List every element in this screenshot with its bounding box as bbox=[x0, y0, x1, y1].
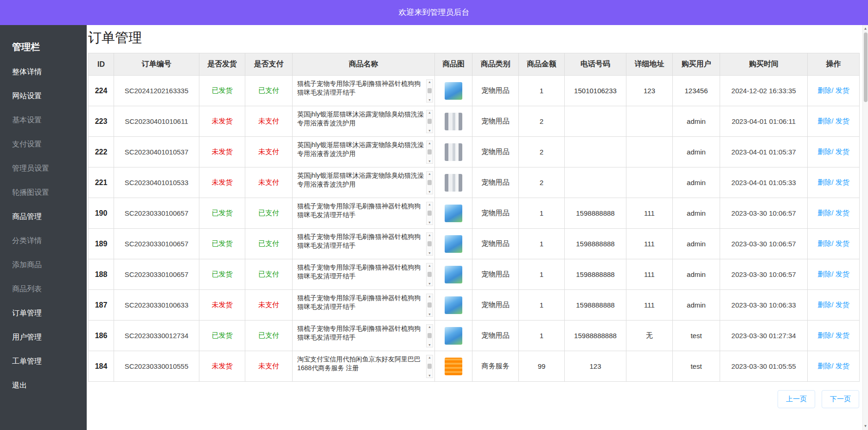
product-name-scrollbar[interactable]: ▲ ▼ bbox=[426, 79, 433, 103]
scroll-thumb[interactable] bbox=[428, 272, 432, 277]
scroll-thumb[interactable] bbox=[428, 211, 432, 216]
sidebar-item-product-management[interactable]: 商品管理 bbox=[0, 205, 87, 229]
scroll-down-icon[interactable]: ▼ bbox=[428, 160, 431, 163]
scroll-down-icon[interactable]: ▼ bbox=[428, 190, 431, 193]
purchase-time: 2023-04-01 01:05:33 bbox=[720, 167, 808, 198]
delete-link[interactable]: 删除 bbox=[817, 331, 831, 339]
page-scrollbar[interactable]: ▲ ▼ bbox=[862, 25, 868, 430]
scroll-up-icon[interactable]: ▲ bbox=[428, 325, 431, 328]
scroll-thumb[interactable] bbox=[428, 302, 432, 308]
scroll-up-icon[interactable]: ▲ bbox=[428, 356, 431, 359]
ship-link[interactable]: 发货 bbox=[836, 148, 849, 155]
scroll-thumb[interactable] bbox=[428, 88, 432, 93]
scroll-down-icon[interactable]: ▼ bbox=[428, 374, 431, 377]
scroll-down-icon[interactable]: ▼ bbox=[428, 282, 431, 285]
scroll-down-icon[interactable]: ▼ bbox=[428, 343, 431, 347]
scroll-down-icon[interactable]: ▼ bbox=[428, 98, 431, 102]
sidebar-item-admin-settings[interactable]: 管理员设置 bbox=[0, 156, 87, 180]
sidebar-item-category-details[interactable]: 分类详情 bbox=[0, 229, 87, 253]
product-name-scrollbar[interactable]: ▲ ▼ bbox=[426, 324, 433, 347]
scroll-down-icon[interactable]: ▼ bbox=[428, 251, 431, 255]
product-name-scrollbar[interactable]: ▲ ▼ bbox=[426, 171, 433, 194]
ship-link[interactable]: 发货 bbox=[836, 117, 849, 125]
ship-link[interactable]: 发货 bbox=[836, 362, 849, 370]
scroll-up-icon[interactable]: ▲ bbox=[428, 111, 431, 114]
next-page-button[interactable]: 下一页 bbox=[822, 390, 859, 408]
detail-address: 111 bbox=[626, 229, 673, 259]
scrollbar-up-icon[interactable]: ▲ bbox=[864, 25, 868, 32]
sidebar-item-basic-settings[interactable]: 基本设置 bbox=[0, 108, 87, 132]
product-image-cell bbox=[435, 259, 472, 290]
scroll-down-icon[interactable]: ▼ bbox=[428, 221, 431, 224]
ship-status: 已发货 bbox=[199, 76, 245, 106]
action-separator: / bbox=[831, 117, 833, 125]
ship-link[interactable]: 发货 bbox=[836, 270, 849, 278]
delete-link[interactable]: 删除 bbox=[817, 270, 831, 278]
product-image bbox=[445, 235, 462, 253]
delete-link[interactable]: 删除 bbox=[817, 178, 831, 186]
scrollbar-thumb[interactable] bbox=[864, 32, 868, 102]
phone-number: 15988888888 bbox=[565, 321, 626, 351]
product-name-cell: 猫梳子宠物专用除浮毛刷撸猫神器针梳狗狗猫咪毛发清理开结手 ▲ ▼ bbox=[293, 76, 435, 106]
scroll-thumb[interactable] bbox=[428, 119, 432, 124]
sidebar-item-user-management[interactable]: 用户管理 bbox=[0, 325, 87, 349]
product-name-scrollbar[interactable]: ▲ ▼ bbox=[426, 294, 433, 317]
delete-link[interactable]: 删除 bbox=[817, 362, 831, 370]
ship-link[interactable]: 发货 bbox=[836, 331, 849, 339]
sidebar-item-logout[interactable]: 退出 bbox=[0, 373, 87, 398]
product-name-scrollbar[interactable]: ▲ ▼ bbox=[426, 232, 433, 256]
ship-link[interactable]: 发货 bbox=[836, 239, 849, 247]
sidebar-item-add-product[interactable]: 添加商品 bbox=[0, 253, 87, 277]
sidebar-item-product-list[interactable]: 商品列表 bbox=[0, 277, 87, 301]
scroll-up-icon[interactable]: ▲ bbox=[428, 141, 431, 145]
actions-cell: 删除/ 发货 bbox=[808, 229, 860, 259]
scroll-thumb[interactable] bbox=[428, 333, 432, 338]
product-name-scrollbar[interactable]: ▲ ▼ bbox=[426, 263, 433, 286]
scroll-thumb[interactable] bbox=[428, 180, 432, 185]
scrollbar-down-icon[interactable]: ▼ bbox=[864, 423, 868, 430]
ship-link[interactable]: 发货 bbox=[836, 209, 849, 217]
product-name-scrollbar[interactable]: ▲ ▼ bbox=[426, 202, 433, 225]
sidebar-item-carousel-settings[interactable]: 轮播图设置 bbox=[0, 180, 87, 205]
product-category: 宠物用品 bbox=[472, 259, 519, 290]
scroll-up-icon[interactable]: ▲ bbox=[428, 172, 431, 175]
product-name-scrollbar[interactable]: ▲ ▼ bbox=[426, 110, 433, 133]
scroll-thumb[interactable] bbox=[428, 364, 432, 369]
product-name-scrollbar[interactable]: ▲ ▼ bbox=[426, 141, 433, 164]
scroll-up-icon[interactable]: ▲ bbox=[428, 80, 431, 83]
scroll-thumb[interactable] bbox=[428, 149, 432, 154]
order-id: 190 bbox=[89, 198, 114, 229]
scroll-up-icon[interactable]: ▲ bbox=[428, 295, 431, 298]
scroll-thumb[interactable] bbox=[428, 241, 432, 246]
order-id: 222 bbox=[89, 137, 114, 167]
sidebar-item-site-settings[interactable]: 网站设置 bbox=[0, 84, 87, 108]
ship-link[interactable]: 发货 bbox=[836, 86, 849, 94]
scroll-up-icon[interactable]: ▲ bbox=[428, 264, 431, 267]
phone-number: 1598888888 bbox=[565, 290, 626, 321]
column-header-order-no: 订单编号 bbox=[114, 53, 199, 76]
delete-link[interactable]: 删除 bbox=[817, 117, 831, 125]
scroll-up-icon[interactable]: ▲ bbox=[428, 233, 431, 237]
sidebar-item-overall-details[interactable]: 整体详情 bbox=[0, 60, 87, 84]
ship-status: 已发货 bbox=[199, 321, 245, 351]
ship-link[interactable]: 发货 bbox=[836, 178, 849, 186]
prev-page-button[interactable]: 上一页 bbox=[778, 390, 815, 408]
delete-link[interactable]: 删除 bbox=[817, 239, 831, 247]
delete-link[interactable]: 删除 bbox=[817, 148, 831, 155]
sidebar-item-payment-settings[interactable]: 支付设置 bbox=[0, 132, 87, 156]
order-number: SC20230330100633 bbox=[114, 290, 199, 321]
phone-number: 15010106233 bbox=[565, 76, 626, 106]
delete-link[interactable]: 删除 bbox=[817, 209, 831, 217]
delete-link[interactable]: 删除 bbox=[817, 301, 831, 308]
ship-status: 未发货 bbox=[199, 351, 245, 382]
sidebar-item-order-management[interactable]: 订单管理 bbox=[0, 301, 87, 325]
order-number: SC20230330012734 bbox=[114, 321, 199, 351]
sidebar-item-ticket-management[interactable]: 工单管理 bbox=[0, 349, 87, 373]
ship-link[interactable]: 发货 bbox=[836, 301, 849, 308]
scroll-down-icon[interactable]: ▼ bbox=[428, 129, 431, 132]
scroll-up-icon[interactable]: ▲ bbox=[428, 203, 431, 206]
delete-link[interactable]: 删除 bbox=[817, 86, 831, 94]
product-image-cell bbox=[435, 351, 472, 382]
scroll-down-icon[interactable]: ▼ bbox=[428, 313, 431, 316]
product-name-scrollbar[interactable]: ▲ ▼ bbox=[426, 355, 433, 378]
